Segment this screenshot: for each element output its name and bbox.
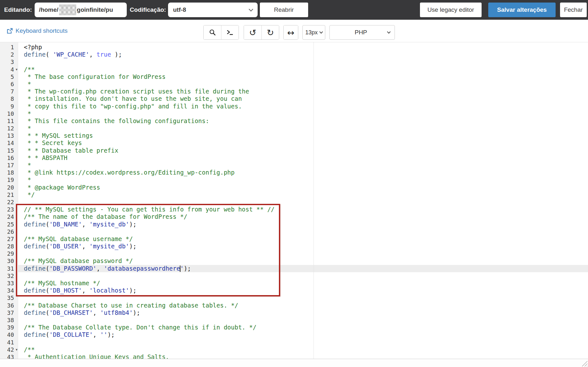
code-line[interactable]: /** MySQL database password */ [24,257,588,265]
code-line[interactable]: define('DB_CHARSET', 'utf8mb4'); [24,309,588,316]
top-bar: Editando: /home/goinfinite/pu Codificaçã… [0,0,588,20]
code-line[interactable]: define('DB_USER', 'mysite_db'); [24,243,588,250]
code-line[interactable] [24,339,588,346]
horizontal-scroll-area[interactable] [0,359,588,367]
line-number: 41 [0,339,18,346]
code-line[interactable] [24,198,588,206]
code-editor[interactable]: 1234▾56789101112131415161718192021222324… [0,42,588,359]
code-line[interactable]: /** The Database Collate type. Don't cha… [24,324,588,331]
code-line[interactable]: <?php [24,44,588,51]
line-number: 27 [0,235,18,243]
reopen-button[interactable]: Reabrir [260,3,308,17]
line-number: 21 [0,191,18,198]
code-line[interactable] [24,250,588,257]
code-line[interactable]: /** The name of the database for WordPre… [24,213,588,220]
line-number: 20 [0,184,18,191]
keyboard-shortcuts-link[interactable]: Keyboard shortcuts [7,20,68,42]
code-line[interactable] [24,228,588,235]
font-size-dropdown[interactable]: 13px [302,25,325,40]
terminal-button[interactable] [221,25,239,39]
code-line[interactable]: * [24,110,588,117]
code-line[interactable]: define( 'WP_CACHE', true ); [24,51,588,58]
line-number: 10 [0,110,18,117]
line-number: 14 [0,139,18,147]
line-number: 23 [0,206,18,213]
resize-handle-icon[interactable] [582,361,587,366]
save-changes-button[interactable]: Salvar alterações [488,3,556,17]
code-line[interactable]: /** [24,66,588,73]
code-line[interactable]: * @link https://codex.wordpress.org/Edit… [24,169,588,176]
line-number: 5 [0,73,18,80]
code-line-active[interactable]: define('DB_PASSWORD', 'databasepasswordh… [18,265,588,272]
fold-arrow-icon[interactable]: ▾ [16,66,17,73]
code-line[interactable] [24,272,588,280]
code-line[interactable]: /** MySQL database username */ [24,235,588,243]
word-wrap-button[interactable]: ↔ [284,25,298,39]
code-line[interactable] [24,294,588,301]
terminal-icon [226,29,234,36]
line-number: 34 [0,287,18,294]
line-number: 16 [0,154,18,162]
code-lines[interactable]: <?phpdefine( 'WP_CACHE', true );/** * Th… [18,42,588,359]
redacted-username [59,4,76,15]
code-line[interactable]: define('DB_HOST', 'localhost'); [24,287,588,294]
code-line[interactable]: * copy this file to "wp-config.php" and … [24,103,588,110]
redo-button[interactable]: ↻ [261,25,279,39]
line-number: 35 [0,294,18,301]
line-number: 17 [0,162,18,169]
code-line[interactable]: * [24,176,588,184]
code-line[interactable]: * The wp-config.php creation script uses… [24,88,588,95]
line-number: 13 [0,132,18,139]
search-button[interactable] [204,25,221,39]
syntax-select[interactable]: PHP [329,25,395,40]
code-line[interactable]: * * ABSPATH [24,154,588,162]
print-margin-line [314,42,314,359]
line-number: 26 [0,228,18,235]
encoding-select[interactable]: utf-8 [168,3,258,17]
code-line[interactable]: * installation. You don't have to use th… [24,95,588,102]
line-number: 6 [0,80,18,88]
code-line[interactable]: * This file contains the following confi… [24,117,588,125]
line-number: 39 [0,324,18,331]
line-number: 4▾ [0,66,18,73]
code-line[interactable]: * @package WordPress [24,184,588,191]
code-line[interactable]: * The base configuration for WordPress [24,73,588,80]
code-line[interactable]: * [24,162,588,169]
redo-icon: ↻ [267,28,274,37]
code-line[interactable]: // ** MySQL settings - You can get this … [24,206,588,213]
line-number: 33 [0,280,18,287]
close-button[interactable]: Fechar [560,3,587,17]
line-number: 42▾ [0,346,18,353]
file-path-input[interactable]: /home/goinfinite/pu [35,3,127,17]
line-number: 18 [0,169,18,176]
code-line[interactable]: * * Secret keys [24,139,588,147]
code-line[interactable]: * [24,80,588,88]
encoding-label: Codificação: [130,6,166,13]
line-number: 29 [0,250,18,257]
code-line[interactable]: */ [24,191,588,198]
code-line[interactable]: * Authentication Unique Keys and Salts. [24,353,588,359]
undo-button[interactable]: ↺ [244,25,261,39]
file-path-suffix: goinfinite/pu [77,6,113,13]
line-number: 8 [0,95,18,102]
line-number: 3 [0,58,18,66]
fold-arrow-icon[interactable]: ▾ [16,346,17,353]
legacy-editor-button[interactable]: Use legacy editor [420,3,482,17]
code-line[interactable]: * * MySQL settings [24,132,588,139]
code-line[interactable]: define('DB_NAME', 'mysite_db'); [24,221,588,228]
code-line[interactable]: /** [24,346,588,353]
line-number: 9 [0,103,18,110]
code-line[interactable]: * * Database table prefix [24,147,588,154]
code-line[interactable]: /** MySQL hostname */ [24,280,588,287]
code-line[interactable]: define('DB_COLLATE', ''); [24,331,588,338]
encoding-value: utf-8 [173,6,186,13]
line-number: 2 [0,51,18,58]
code-line[interactable]: * [24,125,588,132]
code-line[interactable] [24,58,588,66]
code-line[interactable]: /** Database Charset to use in creating … [24,302,588,309]
line-number: 24 [0,213,18,220]
code-line[interactable] [24,316,588,324]
search-icon [209,29,216,36]
font-size-value: 13px [305,29,318,36]
line-number: 38 [0,316,18,324]
